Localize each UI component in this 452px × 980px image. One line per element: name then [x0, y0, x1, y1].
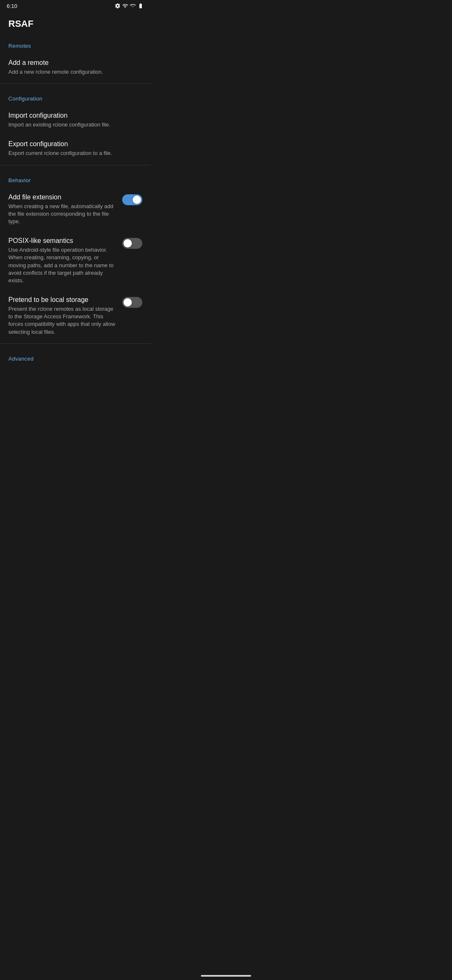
- pretend-local-storage-text: Pretend to be local storage Present the …: [8, 296, 122, 336]
- add-file-extension-toggle-container: [122, 193, 142, 205]
- battery-icon: [137, 3, 144, 9]
- add-file-extension-title: Add file extension: [8, 193, 116, 201]
- gap-1: [0, 85, 151, 92]
- add-file-extension-subtitle: When creating a new file, automatically …: [8, 203, 116, 226]
- pretend-local-storage-toggle-container: [122, 296, 142, 308]
- add-file-extension-toggle[interactable]: [122, 194, 142, 205]
- export-configuration-item[interactable]: Export configuration Export current rclo…: [0, 134, 151, 163]
- export-configuration-title: Export configuration: [8, 140, 142, 148]
- gap-3: [0, 346, 151, 352]
- behavior-section-header: Behavior: [0, 174, 151, 188]
- status-icons: [115, 3, 144, 9]
- status-time: 6:10: [7, 3, 17, 9]
- add-file-extension-item[interactable]: Add file extension When creating a new f…: [0, 188, 151, 232]
- divider-1: [0, 83, 151, 84]
- gap-2: [0, 167, 151, 174]
- status-bar: 6:10: [0, 0, 151, 12]
- signal-icon: [130, 3, 136, 9]
- pretend-local-storage-toggle[interactable]: [122, 297, 142, 308]
- posix-semantics-toggle-thumb: [123, 239, 132, 248]
- import-configuration-subtitle: Import an existing rclone configuration …: [8, 121, 142, 129]
- pretend-local-storage-toggle-thumb: [123, 298, 132, 307]
- add-remote-item[interactable]: Add a remote Add a new rclone remote con…: [0, 53, 151, 82]
- add-remote-title: Add a remote: [8, 59, 142, 67]
- import-configuration-item[interactable]: Import configuration Import an existing …: [0, 106, 151, 134]
- posix-semantics-title: POSIX-like semantics: [8, 237, 116, 245]
- add-remote-subtitle: Add a new rclone remote configuration.: [8, 68, 142, 76]
- posix-semantics-subtitle: Use Android-style file operation behavio…: [8, 246, 116, 284]
- import-configuration-title: Import configuration: [8, 112, 142, 119]
- posix-semantics-toggle[interactable]: [122, 238, 142, 249]
- pretend-local-storage-item[interactable]: Pretend to be local storage Present the …: [0, 290, 151, 342]
- advanced-section-header: Advanced: [0, 352, 151, 366]
- configuration-section-header: Configuration: [0, 92, 151, 106]
- pretend-local-storage-title: Pretend to be local storage: [8, 296, 116, 304]
- pretend-local-storage-subtitle: Present the rclone remotes as local stor…: [8, 305, 116, 336]
- posix-semantics-toggle-container: [122, 237, 142, 249]
- remotes-section-header: Remotes: [0, 39, 151, 53]
- divider-2: [0, 165, 151, 165]
- posix-semantics-text: POSIX-like semantics Use Android-style f…: [8, 237, 122, 284]
- settings-icon: [115, 3, 121, 9]
- export-configuration-subtitle: Export current rclone configuration to a…: [8, 150, 142, 157]
- wifi-icon: [122, 3, 128, 9]
- add-file-extension-text: Add file extension When creating a new f…: [8, 193, 122, 226]
- posix-semantics-item[interactable]: POSIX-like semantics Use Android-style f…: [0, 231, 151, 290]
- app-title: RSAF: [0, 12, 151, 39]
- divider-3: [0, 343, 151, 344]
- add-file-extension-toggle-thumb: [133, 196, 141, 204]
